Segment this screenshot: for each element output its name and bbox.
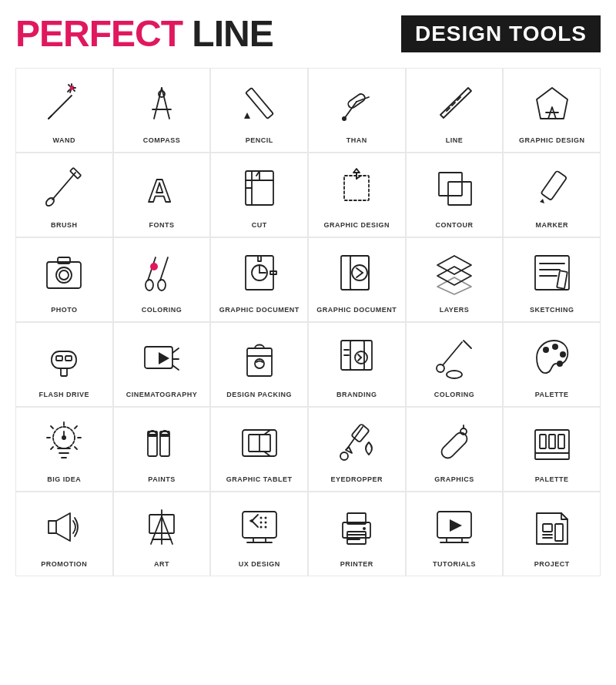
svg-point-47 (150, 263, 158, 270)
icon-cell-cinematography: CINEMATOGRAPHY (113, 322, 211, 407)
icon-grid: WAND COMPASS PENCIL (15, 68, 601, 576)
palette2-label: PALETTE (535, 475, 569, 483)
svg-point-87 (447, 371, 462, 378)
icon-cell-graphic-document: GRAPHIC DOCUMENT (210, 237, 308, 322)
svg-line-25 (52, 173, 75, 200)
icon-cell-promotion: PROMOTION (15, 492, 113, 576)
page: PERFECT LINE DESIGN TOOLS (0, 0, 616, 685)
graphics-label: GRAPHICS (434, 475, 474, 483)
icon-cell-contour: CONTOUR (406, 153, 504, 237)
svg-line-97 (51, 447, 53, 449)
svg-line-71 (172, 348, 179, 353)
svg-text:A: A (148, 173, 171, 209)
svg-marker-15 (244, 112, 250, 119)
coloring-icon (135, 246, 189, 300)
svg-point-89 (552, 344, 558, 350)
icon-cell-eyedropper: EYEDROPPER (308, 407, 406, 492)
svg-point-85 (437, 364, 444, 372)
svg-rect-74 (247, 348, 272, 376)
eyedropper-icon (330, 415, 383, 469)
fonts-label: FONTS (149, 221, 174, 229)
flash-drive-label: FLASH DRIVE (39, 391, 90, 398)
icon-cell-paints: PAINTS (113, 407, 211, 492)
svg-rect-106 (160, 435, 169, 456)
art-icon (135, 500, 189, 554)
ux-design-icon (233, 500, 286, 554)
icon-cell-flash-drive: FLASH DRIVE (15, 322, 113, 407)
cut-icon (233, 161, 286, 215)
icon-cell-photo: PHOTO (15, 237, 113, 322)
marker-icon (525, 161, 579, 215)
svg-point-143 (264, 522, 266, 524)
icon-cell-big-idea: BIG IDEA (15, 407, 113, 492)
fonts-icon: A (135, 161, 189, 215)
svg-line-138 (252, 515, 258, 521)
promotion-label: PROMOTION (41, 560, 87, 568)
icon-cell-graphic-document2: GRAPHIC DOCUMENT (308, 237, 406, 322)
than-icon (330, 76, 383, 130)
svg-marker-20 (440, 88, 471, 118)
icon-cell-printer: PRINTER (308, 492, 406, 576)
printer-icon (330, 500, 383, 554)
graphics-icon (427, 415, 481, 469)
svg-point-145 (264, 526, 266, 529)
layers-label: LAYERS (440, 306, 470, 314)
icon-cell-compass: COMPASS (113, 68, 211, 153)
sketching-label: SKETCHING (530, 306, 574, 314)
branding-icon (330, 331, 383, 384)
svg-point-41 (59, 270, 69, 280)
svg-line-81 (358, 358, 361, 361)
header-badge: DESIGN TOOLS (401, 15, 601, 52)
eyedropper-label: EYEDROPPER (331, 475, 383, 483)
tutorials-label: TUTORIALS (433, 560, 476, 568)
project-icon (525, 500, 579, 554)
svg-marker-116 (346, 447, 352, 453)
photo-label: PHOTO (51, 306, 77, 314)
promotion-icon (37, 500, 91, 554)
pencil-label: PENCIL (246, 136, 273, 144)
icon-cell-wand: WAND (15, 68, 113, 153)
icon-cell-ux-design: UX DESIGN (210, 492, 308, 576)
than-label: THAN (346, 136, 367, 144)
pencil-icon (233, 76, 286, 130)
palette-icon (525, 331, 579, 384)
svg-rect-36 (448, 182, 471, 205)
svg-marker-59 (437, 277, 471, 294)
line-ruler-icon (427, 76, 481, 130)
svg-rect-124 (558, 435, 564, 448)
icon-cell-project: PROJECT (503, 492, 601, 576)
svg-line-10 (154, 88, 162, 119)
graphic-document-icon (233, 246, 286, 300)
svg-line-17 (344, 102, 357, 119)
svg-line-112 (264, 452, 270, 456)
compass-icon (135, 76, 189, 130)
svg-rect-126 (535, 453, 569, 459)
svg-rect-35 (439, 173, 462, 196)
art-label: ART (154, 560, 169, 568)
svg-marker-38 (540, 199, 544, 203)
svg-rect-157 (555, 524, 563, 541)
icon-cell-palette2: PALETTE (503, 407, 601, 492)
sketching-icon (525, 246, 579, 300)
photo-icon (37, 246, 91, 300)
coloring2-label: COLORING (434, 391, 475, 398)
svg-rect-156 (543, 524, 552, 532)
svg-marker-34 (353, 169, 360, 173)
svg-rect-60 (535, 256, 569, 290)
tutorials-icon (427, 500, 481, 554)
icon-cell-layers: LAYERS (406, 237, 504, 322)
svg-line-99 (51, 426, 53, 428)
header-title: PERFECT LINE (15, 15, 273, 52)
paints-icon (135, 415, 189, 469)
contour-icon (427, 161, 481, 215)
big-idea-label: BIG IDEA (47, 475, 81, 483)
svg-rect-53 (350, 256, 369, 290)
icon-cell-coloring: COLORING (113, 237, 211, 322)
svg-marker-57 (437, 256, 471, 274)
svg-point-88 (543, 347, 549, 353)
graphic-design2-label: GRAPHIC DESIGN (324, 221, 390, 229)
icon-cell-palette: PALETTE (503, 322, 601, 407)
svg-point-45 (146, 280, 153, 290)
svg-rect-39 (47, 262, 81, 288)
svg-line-111 (264, 430, 270, 435)
